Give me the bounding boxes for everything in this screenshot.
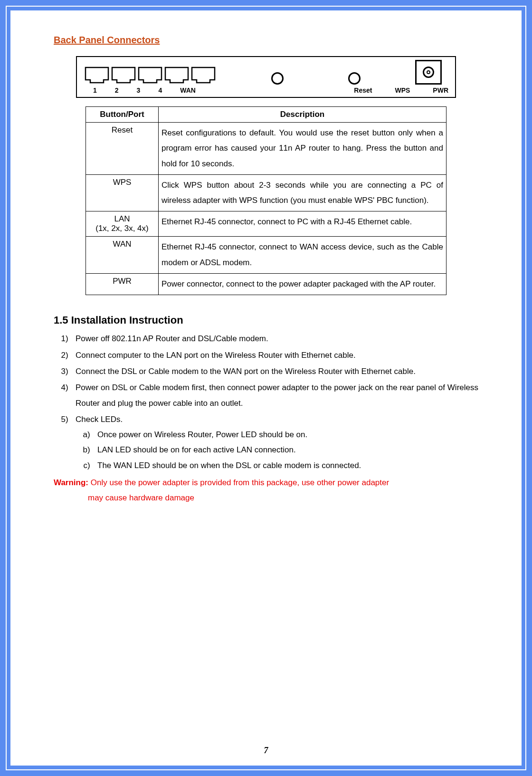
check-leds-sublist: Once power on Wireless Router, Power LED… [95, 427, 478, 473]
pwr-jack [415, 62, 448, 85]
port-label-2: 2 [115, 86, 119, 94]
table-row: PWR Power connector, connect to the powe… [86, 274, 446, 295]
port-label-1: 1 [93, 86, 97, 94]
rj45-port-2 [110, 67, 137, 85]
port-desc: Ethernet RJ-45 connector, connect to PC … [159, 211, 446, 237]
port-name: WAN [113, 240, 131, 249]
wps-button-hole [338, 68, 371, 85]
rj45-port-4 [163, 67, 190, 85]
port-label-pwr: PWR [433, 86, 448, 94]
rj45-port-3 [137, 67, 163, 85]
port-label-reset: Reset [354, 86, 372, 94]
section-heading-installation: 1.5 Installation Instruction [54, 314, 478, 326]
installation-steps-list: Power off 802.11n AP Router and DSL/Cabl… [73, 331, 478, 473]
port-label-wps: WPS [395, 86, 410, 94]
port-desc: Reset configurations to default. You wou… [159, 123, 446, 175]
port-name: Reset [112, 125, 133, 134]
list-item: Power off 802.11n AP Router and DSL/Cabl… [73, 331, 478, 346]
port-desc: Ethernet RJ-45 connector, connect to WAN… [159, 237, 446, 274]
table-row: Reset Reset configurations to default. Y… [86, 123, 446, 175]
list-item: Connect the DSL or Cable modem to the WA… [73, 364, 478, 379]
list-item: Connect computer to the LAN port on the … [73, 348, 478, 363]
port-label-4: 4 [158, 86, 162, 94]
lan-wan-port-group [84, 67, 217, 85]
port-name-extra: (1x, 2x, 3x, 4x) [89, 224, 155, 233]
port-name: WPS [113, 178, 132, 187]
table-header-port: Button/Port [86, 107, 159, 123]
section-heading-back-panel: Back Panel Connectors [54, 35, 478, 46]
port-name: PWR [113, 277, 132, 286]
page-number: 7 [11, 746, 521, 756]
list-item: LAN LED should be on for each active LAN… [95, 442, 478, 458]
reset-button-hole [261, 68, 294, 85]
warning-body-2: may cause hardware damage [88, 490, 478, 506]
warning-text: Warning: Only use the power adapter is p… [54, 475, 478, 506]
rj45-port-wan [190, 67, 217, 85]
list-item: Check LEDs. Once power on Wireless Route… [73, 412, 478, 473]
table-row: WAN Ethernet RJ-45 connector, connect to… [86, 237, 446, 274]
list-item-text: Check LEDs. [76, 415, 123, 424]
port-label-3: 3 [137, 86, 141, 94]
list-item: Once power on Wireless Router, Power LED… [95, 427, 478, 442]
connector-description-table: Button/Port Description Reset Reset conf… [86, 106, 446, 295]
table-header-desc: Description [159, 107, 446, 123]
port-name: LAN [89, 214, 155, 224]
port-label-wan: WAN [180, 86, 196, 94]
port-desc: Power connector, connect to the power ad… [159, 274, 446, 295]
back-panel-diagram: 1 2 3 4 WAN Reset WPS PWR [76, 56, 456, 98]
warning-body-1: Only use the power adapter is provided f… [88, 478, 389, 487]
table-row: WPS Click WPS button about 2-3 seconds w… [86, 174, 446, 211]
port-desc: Click WPS button about 2-3 seconds while… [159, 174, 446, 211]
table-row: LAN (1x, 2x, 3x, 4x) Ethernet RJ-45 conn… [86, 211, 446, 237]
warning-label: Warning: [54, 478, 88, 487]
list-item: The WAN LED should be on when the DSL or… [95, 458, 478, 473]
list-item: Power on DSL or Cable modem first, then … [73, 380, 478, 411]
rj45-port-1 [84, 67, 110, 85]
